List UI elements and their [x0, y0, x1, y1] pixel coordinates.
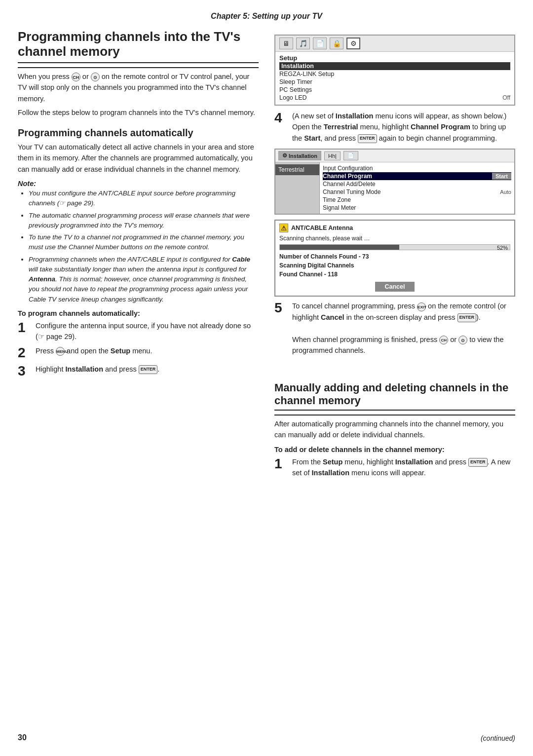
step-3-text: Highlight Installation and press ENTER. [36, 364, 259, 375]
installation-label: Installation [281, 63, 508, 70]
doc-tab: 📄 [343, 151, 358, 160]
scan-box: ⚠ ANT/CABLE Antenna Scanning channels, p… [274, 220, 515, 297]
logo-led-value: Off [502, 94, 510, 101]
terrestrial-menu-item: Terrestrial [275, 164, 319, 175]
setup-label: Setup [279, 54, 510, 62]
manually-section: Manually adding and deleting channels in… [274, 381, 515, 481]
installation-row-highlight: Installation [279, 62, 510, 70]
step-5-text: To cancel channel programming, press EXI… [292, 301, 515, 356]
installation-tab: ⚙ Installation [278, 151, 321, 160]
channel-tuning-label: Channel Tuning Mode [323, 189, 500, 195]
manually-step-1-text: From the Setup menu, highlight Installat… [292, 456, 515, 479]
pc-settings-label: PC Settings [279, 86, 510, 93]
logo-led-label: Logo LED [279, 94, 502, 101]
note-item-1: You must configure the ANT/CABLE input s… [29, 189, 259, 209]
chapter-title: Chapter 5: Setting up your TV [211, 12, 322, 20]
main-section-title: Programming channels into the TV's chann… [18, 30, 259, 63]
manually-steps-label: To add or delete channels in the channel… [274, 446, 515, 454]
channel-add-delete-row: Channel Add/Delete [323, 180, 511, 188]
channel-program-label: Channel Program [323, 173, 492, 180]
bottom-section: Manually adding and deleting channels in… [0, 381, 533, 481]
channel-add-delete-label: Channel Add/Delete [323, 181, 511, 188]
setup-icons-row: 🖥 🎵 📄 🔒 ⚙ [275, 36, 514, 52]
chapter-header: Chapter 5: Setting up your TV [0, 0, 533, 26]
ch-dn-icon: ⊙ [458, 336, 467, 344]
installation-screen: ⚙ Installation Hh| 📄 Terrestrial Input C… [274, 149, 515, 215]
step-2: 2 Press MENU and open the Setup menu. [18, 345, 259, 361]
progress-bar-fill [280, 245, 399, 250]
logo-led-row: Logo LED Off [279, 94, 510, 102]
channel-program-row: Channel Program Start [323, 172, 511, 180]
note-label: Note: [18, 180, 259, 188]
note-item-4: Programming channels when the ANT/CABLE … [29, 255, 259, 304]
start-btn: Start [492, 173, 511, 180]
step-4-text: (A new set of Installation menu icons wi… [292, 111, 515, 144]
terrestrial-menu-col: Terrestrial [275, 162, 320, 214]
intro-para-1: When you press CH or ⊙ on the remote con… [18, 71, 259, 104]
terrestrial-content-col: Input Configuration Channel Program Star… [320, 162, 514, 214]
lock-icon: 🔒 [330, 38, 343, 49]
enter-btn3-icon: ENTER [457, 313, 477, 322]
page-number: 30 [18, 733, 27, 742]
input-config-label: Input Configuration [323, 165, 511, 172]
setup-screen: 🖥 🎵 📄 🔒 ⚙ Setup Installation REGZA-LINK … [274, 35, 515, 106]
intro-para-2: Follow the steps below to program channe… [18, 107, 259, 118]
time-zone-row: Time Zone [323, 196, 511, 204]
ch-button-icon: CH [72, 73, 80, 81]
sleep-timer-label: Sleep Timer [279, 78, 510, 85]
step-5-num: 5 [274, 301, 290, 316]
scan-box-header: ⚠ ANT/CABLE Antenna [279, 224, 510, 232]
title-divider [18, 67, 259, 68]
page-container: Chapter 5: Setting up your TV Programmin… [0, 0, 533, 756]
time-zone-label: Time Zone [323, 196, 511, 203]
installation-screen-body: Terrestrial Input Configuration Channel … [275, 162, 514, 214]
continued-label: (continued) [481, 734, 515, 742]
progress-label: 52% [497, 245, 508, 251]
person-icon: 🎵 [296, 38, 310, 49]
pc-settings-row: PC Settings [279, 86, 510, 94]
scanning-text: Scanning channels, please wait … [279, 235, 370, 242]
step-1: 1 Configure the antenna input source, if… [18, 320, 259, 342]
setup-label-row: Setup [279, 54, 510, 62]
enter-btn4-icon: ENTER [468, 458, 488, 467]
scan-info-row-1: Number of Channels Found - 73 [279, 252, 510, 261]
steps-label: To program channels automatically: [18, 309, 259, 317]
sleep-timer-row: Sleep Timer [279, 78, 510, 86]
step-5: 5 To cancel channel programming, press E… [274, 301, 515, 356]
note-list: You must configure the ANT/CABLE input s… [18, 189, 259, 304]
hh-tab: Hh| [324, 151, 341, 160]
manually-section-title: Manually adding and deleting channels in… [274, 381, 515, 411]
auto-program-intro: Your TV can automatically detect all act… [18, 142, 259, 175]
step-2-num: 2 [18, 345, 34, 361]
regza-row: REGZA-LINK Setup [279, 70, 510, 78]
auto-program-title: Programming channels automatically [18, 127, 259, 139]
gear-icon-tab: ⚙ [282, 152, 287, 159]
manually-step-1: 1 From the Setup menu, highlight Install… [274, 456, 515, 479]
signal-meter-row: Signal Meter [323, 204, 511, 212]
step-3-num: 3 [18, 364, 34, 379]
cancel-button[interactable]: Cancel [375, 282, 415, 292]
menu-btn-icon: MENU [56, 347, 65, 356]
signal-meter-label: Signal Meter [323, 204, 511, 211]
scanning-text-row: Scanning channels, please wait … [279, 234, 510, 242]
step-2-text: Press MENU and open the Setup menu. [36, 345, 259, 356]
warning-icon: ⚠ [279, 224, 288, 232]
gear-icon: ⚙ [346, 38, 360, 49]
input-config-row: Input Configuration [323, 164, 511, 172]
step-3: 3 Highlight Installation and press ENTER… [18, 364, 259, 379]
two-column-layout: Programming channels into the TV's chann… [0, 30, 533, 381]
manually-step-1-num: 1 [274, 456, 290, 472]
right-column: 🖥 🎵 📄 🔒 ⚙ Setup Installation REGZA-LINK … [274, 30, 515, 381]
scan-info-row-2: Scanning Digital Channels [279, 261, 510, 270]
enter-btn-icon: ENTER [139, 365, 158, 374]
exit-btn-icon: EXIT [417, 302, 426, 311]
manually-divider [274, 415, 515, 416]
left-column: Programming channels into the TV's chann… [18, 30, 259, 381]
monitor-icon: 🖥 [279, 38, 293, 49]
regza-label: REGZA-LINK Setup [279, 71, 510, 77]
step-1-text: Configure the antenna input source, if y… [36, 320, 259, 342]
installation-screen-header: ⚙ Installation Hh| 📄 [275, 150, 514, 162]
progress-bar: 52% [279, 244, 510, 250]
scan-header-text: ANT/CABLE Antenna [291, 225, 353, 231]
step-1-num: 1 [18, 320, 34, 336]
